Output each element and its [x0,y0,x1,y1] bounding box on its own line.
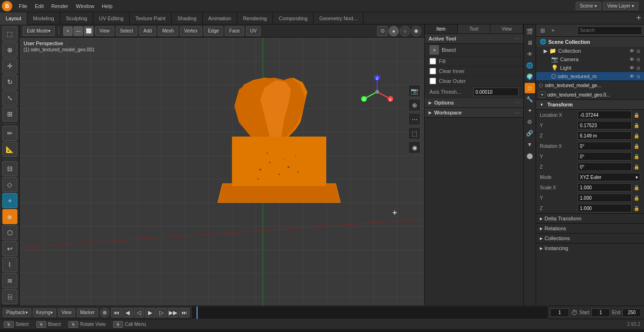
collections-section[interactable]: ▶ Collections [536,233,644,243]
light-render[interactable]: ⊙ [636,65,640,71]
vertex-select-icon[interactable]: • [63,26,73,36]
add-collection-icon[interactable]: + [548,26,558,35]
prop-object[interactable]: □ [525,83,535,93]
prop-particles[interactable]: ✦ [525,105,535,116]
tool-measure[interactable]: 📐 [2,142,17,157]
menu-file[interactable]: File [15,2,31,10]
viewport-icon-xray[interactable]: ◉ [408,141,421,154]
face-select-icon[interactable]: ⬜ [84,26,93,36]
active-tool-header[interactable]: Active Tool ⋯ [425,34,523,44]
ws-tab-animation[interactable]: Animation [203,12,238,24]
tool-poly-build[interactable]: ⬡ [2,225,17,240]
tool-cursor[interactable]: ⊕ [2,42,17,57]
ws-tab-layout[interactable]: Layout [0,12,27,24]
location-y-value[interactable]: 0.17523 [578,121,632,130]
rotation-z-lock[interactable]: 🔒 [633,163,640,170]
mode-dropdown[interactable]: XYZ Euler ▾ [578,173,640,181]
viewport-shading-btn[interactable]: ⊙ [377,26,388,36]
play-btn[interactable]: ▶ [145,308,156,317]
scale-y-lock[interactable]: 🔒 [633,194,640,202]
camera-eye[interactable]: 👁 [629,57,635,62]
mesh-eye[interactable]: 👁 [629,73,635,79]
uv-menu[interactable]: UV [246,26,261,36]
viewport-rendered-btn[interactable]: ◉ [411,26,421,36]
tool-rotate[interactable]: ↻ [2,74,17,89]
rotation-y-lock[interactable]: 🔒 [633,153,640,160]
camera-render[interactable]: ⊙ [636,57,640,62]
menu-edit[interactable]: Edit [31,2,48,10]
step-fwd-btn[interactable]: ▷ [157,308,167,317]
rotation-z-value[interactable]: 0° [578,162,632,171]
rotation-x-value[interactable]: 0° [578,142,632,150]
mesh-menu[interactable]: Mesh [158,26,178,36]
collection-row[interactable]: ▶ 📁 Collection 👁 ⊙ [536,47,644,55]
tool-slide[interactable]: ⌸ [2,289,17,304]
prop-view[interactable]: 👁 [525,49,535,59]
viewport-icon-camera[interactable]: 📷 [408,85,421,97]
prop-constraints[interactable]: 🔗 [525,128,535,138]
scene-search[interactable] [578,26,642,35]
playback-menu[interactable]: Playback ▾ [3,308,31,317]
add-workspace-btn[interactable]: + [633,12,644,24]
options-section[interactable]: ▶ Options ⋯ [425,98,523,108]
tool-loop-cut[interactable]: ⊟ [2,161,17,176]
prop-render[interactable]: 🎬 [525,26,535,37]
tool-annotate[interactable]: ✏ [2,126,17,141]
add-menu[interactable]: Add [139,26,156,36]
transform-section-header[interactable]: ▼ Transform [536,100,644,110]
rotation-y-value[interactable]: 0° [578,152,632,161]
end-frame[interactable]: 250 [622,308,641,317]
tool-knife[interactable]: ◇ [2,177,17,192]
viewport-material-btn[interactable]: ○ [400,26,410,36]
mesh-render[interactable]: ⊙ [636,74,640,79]
menu-help[interactable]: Help [98,2,116,10]
clear-inner-checkbox[interactable] [429,68,436,74]
scale-y-value[interactable]: 1.000 [578,194,632,202]
step-back-btn[interactable]: ◀ [123,308,133,317]
mesh-row[interactable]: ⬡ odm_textured_m 👁 ⊙ [536,72,644,81]
jump-start-btn[interactable]: ⏮ [111,308,122,317]
prop-world[interactable]: 🌍 [525,72,535,82]
tool-bisect[interactable]: ⌖ [2,193,17,208]
scale-x-value[interactable]: 1.000 [578,183,632,192]
camera-row[interactable]: 📷 Camera 👁 ⊙ [536,55,644,64]
tool-active[interactable]: ◈ [2,209,17,224]
prop-scene[interactable]: 🌐 [525,60,535,71]
view-menu-timeline[interactable]: View [58,308,75,317]
prop-physics[interactable]: ⚙ [525,117,535,127]
viewport-icon-cursor[interactable]: ⊕ [408,99,421,111]
axis-thresh-value[interactable]: 0.00010 [473,88,519,96]
ws-tab-compositing[interactable]: Compositing [273,12,314,24]
step-fwd-frame-btn[interactable]: ▶▶ [168,308,178,317]
scale-z-value[interactable]: 1.000 [578,204,632,212]
menu-window[interactable]: Window [72,2,98,10]
workspace-section[interactable]: ▶ Workspace ⋯ [425,108,523,118]
location-y-lock[interactable]: 🔒 [633,121,640,129]
tool-smooth[interactable]: ⌇ [2,257,17,272]
scene-dropdown[interactable]: Scene ▾ [576,2,601,10]
scale-z-lock[interactable]: 🔒 [633,204,640,212]
collection-render-toggle[interactable]: ⊙ [636,49,640,54]
edge-menu[interactable]: Edge [204,26,223,36]
face-menu[interactable]: Face [225,26,244,36]
marker-menu[interactable]: Marker [77,308,98,317]
light-eye[interactable]: 👁 [629,65,635,71]
viewport-solid-btn[interactable]: ● [388,26,399,36]
fill-checkbox[interactable] [429,58,436,65]
relations-section[interactable]: ▶ Relations [536,223,644,233]
prop-modifier[interactable]: 🔧 [525,94,535,105]
select-menu[interactable]: Select [116,26,138,36]
view-layer-dropdown[interactable]: View Layer ▾ [603,2,638,10]
step-back-frame-btn[interactable]: ◁ [134,308,144,317]
view-menu[interactable]: View [95,26,114,36]
jump-end-btn[interactable]: ⏭ [179,308,190,317]
location-x-lock[interactable]: 🔒 [633,111,640,119]
ws-tab-uv-editing[interactable]: UV Editing [93,12,130,24]
viewport-icon-overlay[interactable]: ⬚ [408,127,421,139]
clear-outer-checkbox[interactable] [429,78,436,84]
light-row[interactable]: 💡 Light 👁 ⊙ [536,64,644,72]
n-panel-tab-item[interactable]: Item [425,24,458,33]
ws-tab-rendering[interactable]: Rendering [237,12,273,24]
collection-eye[interactable]: 👁 [629,48,635,54]
prop-material[interactable]: ⬤ [525,151,535,161]
